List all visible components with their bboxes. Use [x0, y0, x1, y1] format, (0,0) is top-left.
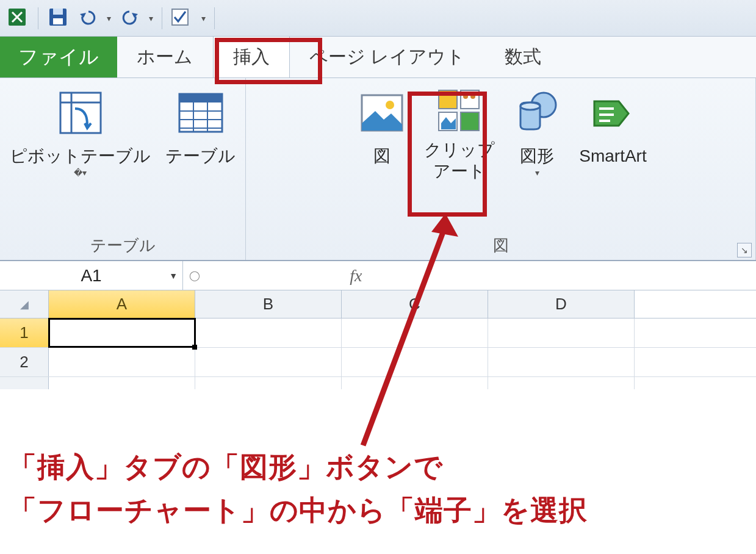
- picture-label: 図: [373, 145, 391, 167]
- pivot-dropdown-icon: �▾: [74, 168, 87, 178]
- cell-c1[interactable]: [342, 318, 488, 347]
- svg-rect-4: [172, 9, 188, 25]
- name-box[interactable]: A1 ▼: [0, 261, 183, 290]
- col-header-d[interactable]: D: [488, 290, 635, 318]
- svg-rect-3: [53, 18, 63, 24]
- shapes-button[interactable]: 図形 ▾: [506, 83, 568, 179]
- col-header-b[interactable]: B: [195, 290, 342, 318]
- row-partial: [0, 377, 756, 389]
- pivot-table-button[interactable]: ピボットテーブル �▾: [6, 83, 154, 179]
- redo-icon[interactable]: [120, 8, 140, 29]
- clipart-icon: [435, 87, 484, 135]
- group-tables: ピボットテーブル �▾ テーブル テーブル: [0, 78, 246, 260]
- svg-point-20: [470, 94, 475, 99]
- annotation-line-1: 「挿入」タブの「図形」ボタンで: [9, 445, 588, 489]
- qat-customize-dropdown[interactable]: ▾: [201, 13, 206, 23]
- save-icon[interactable]: [47, 6, 69, 31]
- smartart-button[interactable]: SmartArt: [575, 83, 650, 168]
- picture-button[interactable]: 図: [351, 83, 413, 168]
- col-header-c[interactable]: C: [342, 290, 488, 318]
- illustrations-launcher-icon[interactable]: ↘: [737, 243, 752, 257]
- svg-point-19: [463, 94, 468, 99]
- cell-c3[interactable]: [342, 377, 488, 389]
- annotation-text: 「挿入」タブの「図形」ボタンで 「フローチャート」の中から「端子」を選択: [9, 445, 588, 533]
- group-illustrations-label: 図: [252, 234, 749, 257]
- shapes-label: 図形: [520, 145, 554, 167]
- cell-a3[interactable]: [49, 377, 195, 389]
- cell-b1[interactable]: [195, 318, 342, 347]
- shapes-icon: [509, 87, 564, 142]
- picture-icon: [355, 87, 409, 142]
- svg-rect-22: [461, 112, 479, 131]
- cell-d1[interactable]: [488, 318, 635, 347]
- shapes-dropdown-icon: ▾: [535, 168, 539, 178]
- undo-icon[interactable]: [77, 8, 98, 29]
- clipart-button[interactable]: クリップ アート: [420, 83, 499, 183]
- svg-rect-5: [60, 93, 101, 133]
- table-label: テーブル: [165, 145, 236, 167]
- cell-c2[interactable]: [342, 348, 488, 376]
- smartart-label: SmartArt: [579, 145, 646, 167]
- column-headers: ◢ A B C D: [0, 290, 756, 318]
- cell-d2[interactable]: [488, 348, 635, 376]
- row-header-1[interactable]: 1: [0, 318, 49, 347]
- ribbon-tabs: ファイル ホーム 挿入 ページ レイアウト 数式: [0, 37, 756, 78]
- table-button[interactable]: テーブル: [162, 83, 239, 168]
- tab-page-layout[interactable]: ページ レイアウト: [290, 37, 485, 77]
- pivot-table-label: ピボットテーブル: [10, 145, 151, 167]
- svg-rect-18: [461, 90, 479, 109]
- group-tables-label: テーブル: [6, 234, 239, 257]
- pivot-table-icon: [53, 87, 108, 142]
- col-header-a[interactable]: A: [49, 290, 195, 318]
- undo-dropdown[interactable]: ▾: [107, 13, 111, 23]
- row-2: 2: [0, 348, 756, 377]
- clipart-label-2: アート: [433, 160, 486, 182]
- quick-access-toolbar: ▾ ▾ ▾: [0, 0, 756, 37]
- annotation-line-2: 「フローチャート」の中から「端子」を選択: [9, 489, 588, 532]
- name-box-value: A1: [81, 266, 101, 286]
- row-1: 1: [0, 318, 756, 348]
- ribbon: ピボットテーブル �▾ テーブル テーブル: [0, 78, 756, 261]
- name-box-dropdown-icon[interactable]: ▼: [169, 271, 178, 281]
- checkbox-icon[interactable]: [171, 8, 189, 29]
- worksheet-grid: ◢ A B C D 1 2: [0, 290, 756, 389]
- tab-file[interactable]: ファイル: [0, 37, 117, 77]
- cell-d3[interactable]: [488, 377, 635, 389]
- svg-point-16: [386, 101, 394, 109]
- tab-home[interactable]: ホーム: [117, 37, 213, 77]
- svg-rect-2: [53, 9, 63, 15]
- cell-a1[interactable]: [49, 318, 195, 347]
- cell-a2[interactable]: [49, 348, 195, 376]
- fx-expand-icon[interactable]: ◯: [189, 270, 200, 281]
- fx-icon[interactable]: fx: [350, 266, 362, 286]
- tab-formulas[interactable]: 数式: [485, 37, 561, 77]
- excel-logo-icon: [5, 5, 29, 32]
- cell-b3[interactable]: [195, 377, 342, 389]
- clipart-label-1: クリップ: [424, 139, 495, 160]
- table-icon: [173, 87, 228, 142]
- group-illustrations: 図 クリップ アート: [246, 78, 756, 260]
- formula-bar: A1 ▼ ◯ fx: [0, 261, 756, 290]
- redo-dropdown[interactable]: ▾: [149, 13, 153, 23]
- select-all-corner[interactable]: ◢: [0, 290, 49, 318]
- smartart-icon: [586, 87, 641, 142]
- tab-insert[interactable]: 挿入: [213, 37, 290, 77]
- row-header-2[interactable]: 2: [0, 348, 49, 376]
- row-header-partial[interactable]: [0, 377, 49, 389]
- svg-rect-17: [439, 90, 457, 109]
- svg-rect-9: [179, 94, 222, 103]
- svg-point-24: [520, 103, 540, 110]
- cell-b2[interactable]: [195, 348, 342, 376]
